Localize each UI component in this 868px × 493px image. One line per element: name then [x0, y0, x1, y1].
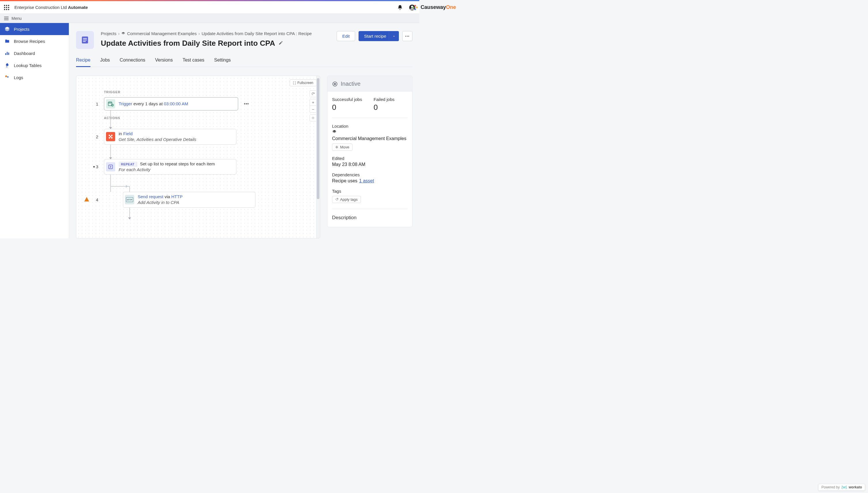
svg-rect-9: [8, 52, 9, 55]
recipe-page-icon: [76, 31, 94, 49]
move-button[interactable]: Move: [332, 144, 352, 151]
http-card[interactable]: HTTP Send request via HTTP Add Activity …: [123, 192, 256, 208]
menu-bar[interactable]: Menu: [0, 14, 419, 23]
trigger-section-label: TRIGGER: [104, 90, 320, 94]
layers-icon: [5, 26, 10, 31]
description-label: Description: [332, 215, 407, 221]
arrowhead-icon: [128, 217, 131, 219]
svg-point-29: [337, 199, 338, 199]
caret-down-icon[interactable]: ▼: [93, 165, 96, 169]
connector-3-4: [110, 175, 320, 192]
sidebar-item-label: Projects: [14, 27, 29, 31]
step-4-row: 4 HTTP Send request via HTTP Add Activit…: [104, 192, 320, 208]
panel-divider: [332, 117, 407, 118]
breadcrumb-folder[interactable]: Commercial Management Examples: [127, 31, 197, 36]
step-more-button[interactable]: •••: [244, 102, 249, 106]
svg-point-0: [414, 5, 416, 7]
recipe-tabs: Recipe Jobs Connections Versions Test ca…: [76, 58, 412, 67]
dependencies-link[interactable]: 1 asset: [359, 178, 374, 184]
org-name[interactable]: Enterprise Construction Ltd Automate: [14, 5, 88, 10]
step-number: 2: [96, 134, 98, 139]
repeat-text: REPEAT Set up list to repeat steps for e…: [119, 161, 215, 173]
recipe-status-panel: Inactive Successful jobs 0 Failed jobs 0: [327, 76, 412, 227]
http-icon: HTTP: [125, 195, 134, 204]
breadcrumb-projects[interactable]: Projects: [101, 31, 116, 36]
tab-recipe[interactable]: Recipe: [76, 58, 90, 67]
http-text: Send request via HTTP Add Activity in to…: [138, 194, 183, 206]
connector-2-3: [110, 145, 320, 159]
sidebar-item-logs[interactable]: Logs: [0, 71, 69, 83]
svg-point-3: [414, 8, 416, 10]
breadcrumb: Projects › Commercial Management Example…: [101, 31, 337, 36]
location-value[interactable]: Commercial Management Examples: [332, 130, 407, 141]
repeat-icon: [106, 162, 115, 171]
org-name-prefix: Enterprise Construction Ltd: [14, 5, 68, 10]
edit-title-icon[interactable]: [279, 41, 283, 46]
panel-divider: [332, 209, 407, 209]
more-actions-button[interactable]: ···: [402, 31, 412, 41]
svg-rect-14: [83, 40, 87, 41]
app-switcher-icon[interactable]: [4, 5, 9, 10]
trigger-card[interactable]: Trigger every 1 days at 03:00:00 AM: [104, 97, 238, 110]
brand-blossom-icon: [412, 4, 418, 10]
hamburger-icon: [4, 17, 8, 20]
field-app-icon: [106, 132, 115, 141]
start-recipe-dropdown[interactable]: [389, 31, 399, 41]
chevron-right-icon: ›: [198, 31, 200, 36]
trigger-keyword: Trigger: [119, 101, 132, 106]
svg-point-19: [108, 135, 110, 136]
action-field-card[interactable]: in Field Get Site, Activities and Operat…: [104, 129, 237, 145]
step-2-row: 2 in Field Get Site, Activities and Oper…: [104, 129, 320, 145]
trigger-time: 03:00:00 AM: [164, 101, 188, 106]
connector-4-down: [129, 208, 320, 219]
warning-icon[interactable]: [84, 196, 89, 203]
sidebar-item-dashboard[interactable]: Dashboard: [0, 47, 69, 59]
svg-rect-13: [83, 38, 87, 39]
apply-tags-button[interactable]: Apply tags: [332, 196, 361, 203]
sidebar-item-lookup-tables[interactable]: Lookup Tables: [0, 59, 69, 71]
tab-jobs[interactable]: Jobs: [100, 58, 110, 67]
repeat-card[interactable]: REPEAT Set up list to repeat steps for e…: [104, 159, 237, 175]
fullscreen-button[interactable]: Fullscreen: [290, 79, 317, 86]
sidebar-item-label: Browse Recipes: [14, 39, 45, 44]
dependencies-label: Dependencies: [332, 172, 407, 177]
menu-label: Menu: [12, 16, 22, 21]
step-number: 3: [96, 164, 98, 169]
step-number: 1: [96, 102, 98, 106]
step-3-row: ▼ 3 REPEAT Set up list to repeat steps f…: [104, 159, 320, 175]
scheduler-icon: [106, 99, 115, 108]
tab-settings[interactable]: Settings: [214, 58, 231, 67]
svg-point-20: [111, 135, 113, 136]
notifications-icon[interactable]: [397, 4, 403, 10]
logs-icon: [5, 75, 10, 80]
tab-connections[interactable]: Connections: [120, 58, 145, 67]
recipe-canvas[interactable]: Fullscreen + −: [76, 76, 320, 238]
start-recipe-button[interactable]: Start recipe: [359, 31, 392, 41]
step-number: 4: [96, 197, 98, 202]
successful-jobs-label: Successful jobs: [332, 97, 362, 102]
sidebar-item-label: Logs: [14, 75, 23, 80]
action-text: in Field Get Site, Activities and Operat…: [119, 131, 196, 143]
svg-rect-15: [83, 41, 85, 42]
failed-jobs-label: Failed jobs: [374, 97, 395, 102]
sidebar-item-browse-recipes[interactable]: Browse Recipes: [0, 35, 69, 47]
bar-chart-icon: [5, 51, 10, 56]
svg-point-28: [335, 83, 336, 85]
rocket-icon: [5, 63, 10, 68]
status-text: Inactive: [341, 81, 361, 87]
org-name-product: Automate: [68, 5, 88, 10]
tab-versions[interactable]: Versions: [155, 58, 173, 67]
edit-button[interactable]: Edit: [337, 31, 355, 41]
brand-logo-center[interactable]: CausewayOne: [412, 4, 419, 10]
svg-rect-7: [5, 53, 6, 55]
svg-point-21: [108, 137, 110, 138]
tab-test-cases[interactable]: Test cases: [183, 58, 204, 67]
sidebar-item-projects[interactable]: Projects: [0, 23, 69, 35]
repeat-badge: REPEAT: [119, 162, 137, 167]
top-bar: Enterprise Construction Ltd Automate Cau…: [0, 1, 419, 14]
folder-icon: [5, 39, 10, 44]
status-header: Inactive: [327, 76, 412, 92]
chevron-right-icon: ›: [118, 31, 120, 36]
step-1-row: 1 Trigger every 1 days at 03:00:00 AM: [104, 97, 320, 110]
sidebar-item-label: Dashboard: [14, 51, 35, 56]
